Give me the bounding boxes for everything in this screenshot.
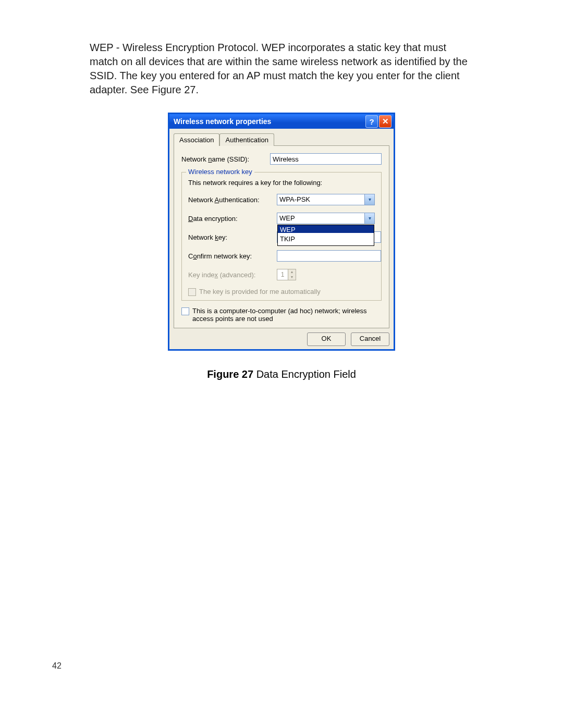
figure-caption: Figure 27 Data Encryption Field (90, 368, 473, 380)
tab-authentication[interactable]: Authentication (219, 133, 274, 146)
chevron-down-icon[interactable]: ▾ (364, 194, 374, 205)
check-auto-key: The key is provided for me automatically (188, 288, 375, 296)
encryption-dropdown: WEP TKIP (277, 225, 374, 246)
confirm-key-input[interactable] (277, 250, 381, 262)
encryption-select[interactable]: WEP ▾ WEP TKIP (277, 213, 375, 224)
dialog-client: Association Authentication Network name … (169, 129, 394, 349)
row-encryption: Data encryption: WEP ▾ WEP TKIP (188, 213, 375, 224)
group-wireless-key: Wireless network key This network requir… (181, 172, 382, 301)
body-paragraph: WEP - Wireless Encryption Protocol. WEP … (90, 41, 473, 97)
titlebar: Wireless network properties ? ✕ (169, 114, 394, 129)
ok-button[interactable]: OK (307, 332, 346, 346)
label-network-key: Network key: (188, 233, 277, 241)
label-auth: Network Authentication: (188, 196, 277, 204)
spin-down-icon: ▼ (288, 275, 296, 280)
figure-wrap: Wireless network properties ? ✕ Associat… (90, 113, 473, 380)
label-adhoc: This is a computer-to-computer (ad hoc) … (192, 307, 382, 323)
cancel-button[interactable]: Cancel (351, 332, 389, 346)
label-confirm-key: Confirm network key: (188, 252, 277, 260)
spin-up-icon: ▲ (288, 269, 296, 275)
group-legend: Wireless network key (186, 168, 254, 176)
tabstrip: Association Authentication (174, 133, 389, 146)
close-icon[interactable]: ✕ (379, 115, 391, 128)
group-intro: This network requires a key for the foll… (188, 179, 375, 187)
label-key-index: Key index (advanced): (188, 271, 277, 279)
label-ssid: Network name (SSID): (181, 155, 270, 163)
option-tkip[interactable]: TKIP (278, 233, 374, 245)
row-auth: Network Authentication: WPA-PSK ▾ (188, 194, 375, 205)
check-adhoc[interactable]: This is a computer-to-computer (ad hoc) … (181, 307, 382, 323)
key-index-spinner: 1 ▲ ▼ (277, 269, 296, 280)
window-title: Wireless network properties (174, 117, 364, 126)
label-encryption: Data encryption: (188, 215, 277, 223)
tab-association[interactable]: Association (174, 133, 219, 146)
page-number: 42 (52, 661, 62, 671)
dialog-window: Wireless network properties ? ✕ Associat… (168, 113, 395, 351)
chevron-down-icon[interactable]: ▾ (364, 213, 374, 224)
checkbox-icon[interactable] (181, 307, 189, 315)
checkbox-icon (188, 288, 196, 296)
ssid-input[interactable]: Wireless (270, 153, 382, 165)
auth-select[interactable]: WPA-PSK ▾ (277, 194, 375, 205)
help-icon[interactable]: ? (365, 115, 378, 128)
button-bar: OK Cancel (174, 332, 389, 346)
tab-panel: Network name (SSID): Wireless Wireless n… (174, 145, 389, 328)
option-wep[interactable]: WEP (278, 225, 374, 233)
label-auto-key: The key is provided for me automatically (199, 288, 321, 295)
row-confirm-key: Confirm network key: (188, 250, 375, 262)
row-key-index: Key index (advanced): 1 ▲ ▼ (188, 269, 375, 280)
row-ssid: Network name (SSID): Wireless (181, 153, 382, 165)
